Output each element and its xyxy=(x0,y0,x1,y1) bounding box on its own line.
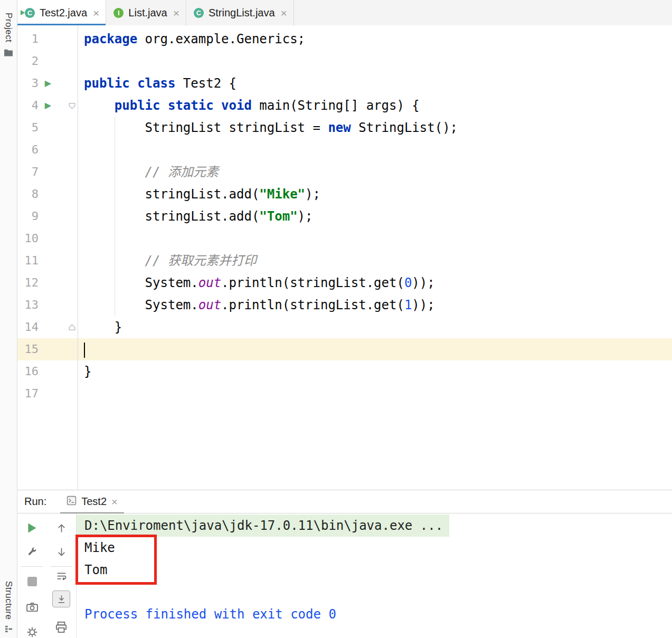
code-line[interactable]: 16} xyxy=(17,360,672,383)
code-text[interactable] xyxy=(78,338,672,360)
code-line[interactable]: 11 // 获取元素并打印 xyxy=(17,250,672,272)
settings-gear-icon[interactable] xyxy=(24,625,40,638)
editor[interactable]: 1package org.example.Generics;23▶public … xyxy=(17,25,672,490)
code-line[interactable]: 9 stringList.add("Tom"); xyxy=(17,205,672,227)
rerun-button[interactable] xyxy=(24,521,40,535)
fold-slot xyxy=(58,117,78,139)
code-text[interactable] xyxy=(78,139,672,161)
indent-guide xyxy=(115,117,115,316)
code-text[interactable]: // 获取元素并打印 xyxy=(78,250,672,272)
code-line[interactable]: 5 StringList stringList = new StringList… xyxy=(17,117,672,139)
code-text[interactable]: stringList.add("Mike"); xyxy=(78,183,672,205)
class-icon: C xyxy=(25,8,35,18)
run-body: D:\Enviroment\java\jdk-17.0.11\bin\java.… xyxy=(17,513,672,638)
toolbar-separator xyxy=(50,566,72,567)
line-number: 11 xyxy=(17,250,39,272)
folder-icon[interactable] xyxy=(4,49,13,56)
code-line[interactable]: 14 } xyxy=(17,316,672,338)
code-text[interactable] xyxy=(78,50,672,72)
code-line[interactable]: 2 xyxy=(17,50,672,72)
run-icon[interactable]: ▶ xyxy=(45,101,51,110)
fold-slot xyxy=(58,294,78,316)
fold-slot xyxy=(58,205,78,227)
code-line[interactable]: 4▶ public static void main(String[] args… xyxy=(17,94,672,117)
down-arrow-icon[interactable] xyxy=(53,545,69,559)
code-text[interactable]: package org.example.Generics; xyxy=(78,28,672,50)
console-output[interactable]: D:\Enviroment\java\jdk-17.0.11\bin\java.… xyxy=(77,513,672,638)
gutter-icon-slot xyxy=(39,250,58,272)
scroll-to-end-button[interactable] xyxy=(52,591,70,607)
soft-wrap-icon[interactable] xyxy=(53,569,69,583)
gutter-icon-slot xyxy=(39,227,58,250)
gutter-icon-slot xyxy=(39,50,58,72)
gutter-icon-slot: ▶ xyxy=(39,72,58,94)
gutter-icon-slot xyxy=(39,205,58,227)
code-line[interactable]: 7 // 添加元素 xyxy=(17,161,672,183)
run-label: Run: xyxy=(24,496,46,508)
code-line[interactable]: 17 xyxy=(17,383,672,405)
close-icon[interactable]: × xyxy=(111,497,118,507)
code-line[interactable]: 8 stringList.add("Mike"); xyxy=(17,183,672,205)
code-text[interactable]: System.out.println(stringList.get(1)); xyxy=(78,294,672,316)
code-line[interactable]: 12 System.out.println(stringList.get(0))… xyxy=(17,272,672,294)
code-text[interactable]: // 添加元素 xyxy=(78,161,672,183)
line-number: 14 xyxy=(17,316,39,338)
structure-icon[interactable] xyxy=(5,625,13,633)
class-icon: C xyxy=(194,8,204,18)
build-icon[interactable] xyxy=(24,545,40,559)
line-number: 15 xyxy=(17,338,39,360)
code-text[interactable]: public static void main(String[] args) { xyxy=(78,94,672,117)
structure-tool-button[interactable]: Structure xyxy=(3,581,14,620)
editor-tab-bar: C Test2.java × I List.java × C StringLis… xyxy=(17,0,672,25)
run-icon[interactable]: ▶ xyxy=(45,79,51,88)
run-toolbar-col-2 xyxy=(47,513,77,638)
code-line[interactable]: 10 xyxy=(17,227,672,250)
code-text[interactable]: } xyxy=(78,316,672,338)
stop-button[interactable] xyxy=(24,575,40,588)
tab-stringlist-java[interactable]: C StringList.java × xyxy=(186,0,294,25)
code-line[interactable]: 13 System.out.println(stringList.get(1))… xyxy=(17,294,672,316)
code-line[interactable]: 15 xyxy=(17,338,672,360)
tab-test2-java[interactable]: C Test2.java × xyxy=(17,0,106,25)
code-text[interactable]: } xyxy=(78,360,672,383)
icon-letter: C xyxy=(196,9,201,17)
code-line[interactable]: 1package org.example.Generics; xyxy=(17,28,672,50)
gutter-icon-slot xyxy=(39,338,58,360)
close-icon[interactable]: × xyxy=(173,7,179,18)
gutter-icon-slot xyxy=(39,360,58,383)
tab-label: StringList.java xyxy=(209,7,275,19)
run-header: Run: Test2 × xyxy=(17,490,672,513)
close-icon[interactable]: × xyxy=(93,7,99,18)
rail-bottom: Structure xyxy=(3,581,14,633)
code-text[interactable]: System.out.println(stringList.get(0)); xyxy=(78,272,672,294)
gutter-icon-slot xyxy=(39,28,58,50)
code-text[interactable]: stringList.add("Tom"); xyxy=(78,205,672,227)
code-line[interactable]: 6 xyxy=(17,139,672,161)
code-line[interactable]: 3▶public class Test2 { xyxy=(17,72,672,94)
print-icon[interactable] xyxy=(53,620,69,634)
run-panel: Run: Test2 × xyxy=(17,490,672,638)
up-arrow-icon[interactable] xyxy=(53,521,69,535)
console-line xyxy=(84,581,672,603)
fold-down-icon[interactable] xyxy=(68,101,77,110)
tab-list-java[interactable]: I List.java × xyxy=(106,0,186,25)
code-text[interactable]: StringList stringList = new StringList()… xyxy=(78,117,672,139)
run-toolbar xyxy=(17,513,77,638)
fold-slot xyxy=(58,227,78,250)
run-tab-test2[interactable]: Test2 × xyxy=(60,490,124,513)
run-toolbar-col-1 xyxy=(17,513,47,638)
text-caret xyxy=(84,342,85,358)
editor-lines: 1package org.example.Generics;23▶public … xyxy=(17,25,672,405)
code-text[interactable] xyxy=(78,227,672,250)
code-text[interactable] xyxy=(78,383,672,405)
line-number: 12 xyxy=(17,272,39,294)
close-icon[interactable]: × xyxy=(281,7,287,18)
fold-slot xyxy=(58,338,78,360)
project-tool-button[interactable]: Project xyxy=(3,13,14,42)
fold-slot xyxy=(58,383,78,405)
camera-icon[interactable] xyxy=(24,600,40,614)
fold-slot xyxy=(58,360,78,383)
code-text[interactable]: public class Test2 { xyxy=(78,72,672,94)
console-line: D:\Enviroment\java\jdk-17.0.11\bin\java.… xyxy=(84,515,672,537)
fold-up-icon[interactable] xyxy=(68,323,77,332)
